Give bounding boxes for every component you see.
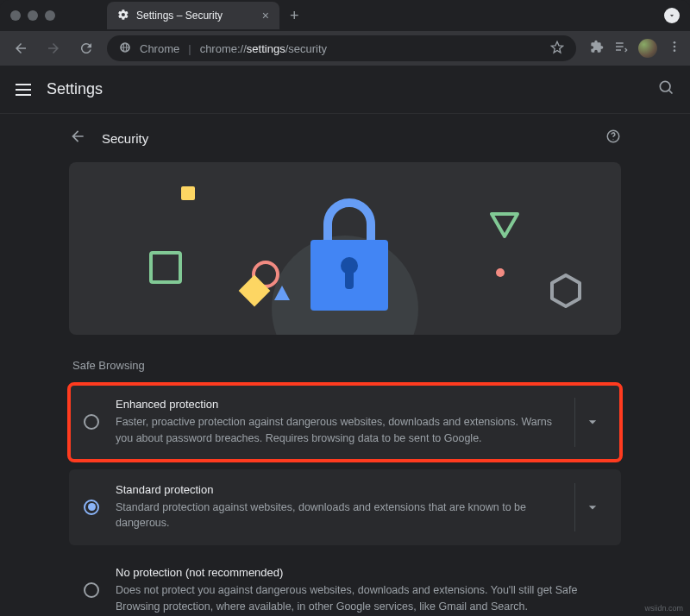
browser-toolbar: Chrome | chrome://settings/security (0, 31, 690, 66)
close-window-button[interactable] (10, 10, 21, 21)
svg-marker-17 (552, 275, 580, 306)
radio-standard[interactable] (76, 500, 107, 515)
browser-tab[interactable]: Settings – Security × (107, 2, 279, 29)
hamburger-menu-icon[interactable] (16, 84, 31, 96)
page-header: Security (69, 114, 621, 162)
option-title: Enhanced protection (116, 398, 559, 411)
profile-avatar[interactable] (638, 39, 657, 58)
url-text: chrome://settings/security (200, 42, 327, 55)
back-button[interactable] (9, 36, 33, 60)
settings-app-header: Settings (0, 66, 690, 114)
expand-button[interactable] (574, 483, 609, 532)
help-icon[interactable] (605, 129, 621, 148)
settings-content: Security Safe Browsing (0, 114, 690, 615)
minimize-window-button[interactable] (28, 10, 38, 21)
option-description: Standard protection against websites, do… (116, 500, 559, 532)
svg-point-16 (496, 268, 505, 277)
traffic-lights (10, 10, 55, 21)
menu-icon[interactable] (668, 40, 681, 57)
watermark: wsiidn.com (644, 604, 683, 613)
new-tab-button[interactable]: + (290, 7, 299, 25)
back-arrow-icon[interactable] (69, 128, 86, 148)
dropdown-icon[interactable] (664, 8, 680, 23)
radio-enhanced[interactable] (76, 414, 107, 430)
site-info-icon[interactable] (119, 41, 131, 56)
svg-rect-11 (181, 186, 195, 200)
reload-button[interactable] (74, 36, 98, 60)
maximize-window-button[interactable] (45, 10, 55, 21)
radio-no-protection[interactable] (76, 566, 107, 615)
svg-point-5 (612, 139, 613, 140)
security-hero-illustration (69, 162, 621, 335)
expand-button[interactable] (574, 398, 609, 447)
svg-point-2 (674, 49, 676, 52)
page-title: Security (102, 131, 148, 146)
extensions-icon[interactable] (590, 40, 604, 57)
settings-title: Settings (47, 80, 103, 98)
option-description: Faster, proactive protection against dan… (116, 414, 559, 447)
search-icon[interactable] (657, 79, 674, 100)
reading-list-icon[interactable] (614, 40, 628, 57)
option-enhanced-protection[interactable]: Enhanced protection Faster, proactive pr… (69, 384, 621, 461)
svg-rect-10 (151, 253, 180, 282)
option-description: Does not protect you against dangerous w… (116, 582, 609, 615)
forward-button[interactable] (41, 36, 66, 60)
svg-point-3 (660, 81, 670, 91)
svg-point-1 (674, 46, 676, 48)
gear-icon (117, 9, 129, 23)
svg-rect-9 (345, 270, 354, 289)
option-standard-protection[interactable]: Standard protection Standard protection … (69, 469, 621, 546)
option-title: No protection (not recommended) (116, 566, 609, 579)
tab-title: Settings – Security (136, 9, 223, 22)
url-separator: | (188, 42, 191, 55)
option-title: Standard protection (116, 483, 559, 496)
svg-rect-14 (239, 275, 271, 307)
bookmark-icon[interactable] (550, 41, 564, 57)
option-no-protection[interactable]: No protection (not recommended) Does not… (69, 554, 621, 615)
close-tab-button[interactable]: × (262, 9, 269, 22)
svg-point-0 (674, 41, 676, 44)
svg-marker-15 (492, 214, 518, 236)
address-bar[interactable]: Chrome | chrome://settings/security (107, 35, 576, 61)
url-label: Chrome (140, 42, 179, 55)
window-titlebar: Settings – Security × + (0, 0, 690, 31)
section-label: Safe Browsing (72, 359, 621, 372)
